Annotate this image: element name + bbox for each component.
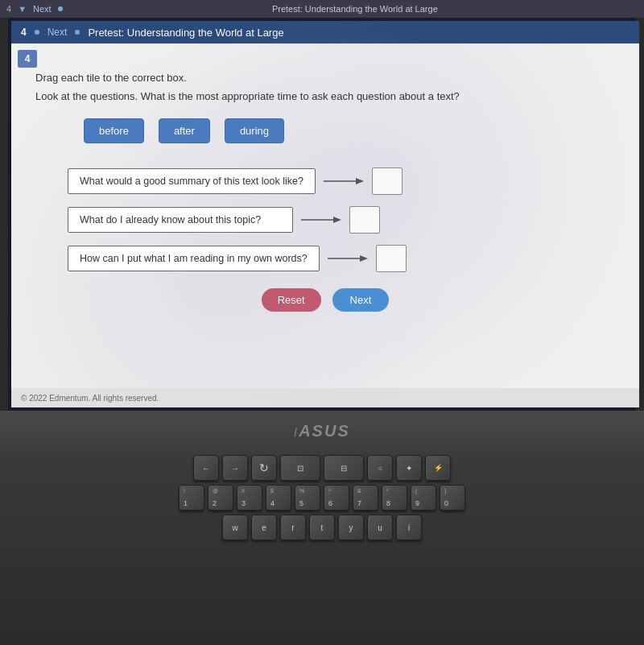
key-u[interactable]: u — [367, 515, 393, 540]
key-refresh[interactable]: ↻ — [251, 455, 277, 481]
question-number-badge: 4 — [18, 50, 37, 68]
drop-box-2[interactable] — [349, 206, 380, 234]
kb-row-numbers: ! 1 @ 2 # 3 $ 4 % 5 ^ 6 — [8, 485, 636, 511]
key-y[interactable]: y — [338, 515, 364, 540]
question-box-3: How can I put what I am reading in my ow… — [68, 246, 320, 271]
arrow-1 — [324, 173, 364, 189]
reset-button[interactable]: Reset — [262, 288, 321, 312]
keyboard: ← → ↻ ⊡ ⊟ ☼ ✦ ⚡ ! 1 @ 2 # 3 $ — [8, 455, 636, 635]
footer: © 2022 Edmentum. All rights reserved. — [11, 388, 639, 407]
screen-question-number: 4 — [21, 27, 27, 38]
svg-marker-5 — [360, 255, 368, 262]
tile-after[interactable]: after — [159, 118, 210, 143]
key-r[interactable]: r — [280, 515, 306, 540]
page-title: Pretest: Understanding the World at Larg… — [72, 4, 638, 14]
top-bar: 4 ▼ Next Pretest: Understanding the Worl… — [0, 0, 644, 18]
key-forward[interactable]: → — [222, 455, 248, 481]
key-amp[interactable]: & 7 — [353, 485, 378, 511]
screen-next-label[interactable]: Next — [47, 27, 68, 38]
key-exclaim[interactable]: ! 1 — [179, 485, 204, 511]
tiles-container: before after during — [35, 118, 615, 143]
question-text: Look at the questions. What is the most … — [35, 90, 615, 102]
arrow-2 — [301, 212, 341, 228]
drop-box-3[interactable] — [376, 245, 407, 272]
main-content: 4 Drag each tile to the correct box. Loo… — [11, 43, 639, 388]
kb-row-fn: ← → ↻ ⊡ ⊟ ☼ ✦ ⚡ — [8, 455, 636, 481]
key-vol[interactable]: ⚡ — [425, 455, 451, 481]
question-row-3: How can I put what I am reading in my ow… — [68, 245, 615, 272]
key-bright-down[interactable]: ☼ — [367, 455, 393, 481]
key-rparen[interactable]: ) 0 — [440, 485, 465, 511]
screen: 4 Next Pretest: Understanding the World … — [11, 21, 639, 407]
nav-controls: 4 ▼ Next — [6, 4, 63, 14]
screen-nav-bar: 4 Next Pretest: Understanding the World … — [11, 21, 639, 43]
page-number-nav: 4 — [6, 4, 11, 14]
question-box-1: What would a good summary of this text l… — [68, 168, 316, 194]
question-box-2: What do I already know about this topic? — [68, 207, 293, 233]
asus-logo: /ASUS — [294, 422, 349, 440]
key-window[interactable]: ⊟ — [324, 455, 364, 481]
asus-logo-area: /ASUS — [294, 419, 349, 444]
instruction-text: Drag each tile to the correct box. — [35, 72, 615, 84]
laptop-body: /ASUS ← → ↻ ⊡ ⊟ ☼ ✦ ⚡ ! 1 @ 2 # — [0, 411, 644, 645]
question-row-1: What would a good summary of this text l… — [68, 167, 615, 195]
tile-before[interactable]: before — [84, 118, 144, 143]
screen-nav-dot2 — [75, 30, 80, 35]
drop-box-1[interactable] — [372, 167, 402, 195]
key-back[interactable]: ← — [193, 455, 219, 481]
svg-marker-1 — [356, 178, 364, 184]
key-percent[interactable]: % 5 — [295, 485, 320, 511]
key-bright-up[interactable]: ✦ — [396, 455, 422, 481]
key-hash[interactable]: # 3 — [237, 485, 262, 511]
tile-during[interactable]: during — [225, 118, 284, 143]
next-button[interactable]: Next — [332, 288, 390, 312]
key-star[interactable]: * 8 — [382, 485, 407, 511]
screen-bezel: 4 Next Pretest: Understanding the World … — [8, 18, 636, 411]
question-row-2: What do I already know about this topic? — [68, 206, 615, 234]
buttons-row: Reset Next — [35, 288, 615, 312]
key-fullscreen[interactable]: ⊡ — [280, 455, 320, 481]
copyright-text: © 2022 Edmentum. All rights reserved. — [21, 394, 159, 403]
key-e[interactable]: e — [251, 515, 277, 540]
key-i[interactable]: i — [396, 515, 422, 540]
svg-marker-3 — [333, 217, 341, 223]
screen-title: Pretest: Understanding the World at Larg… — [88, 27, 283, 39]
key-caret[interactable]: ^ 6 — [324, 485, 349, 511]
key-at[interactable]: @ 2 — [208, 485, 233, 511]
key-t[interactable]: t — [309, 515, 335, 540]
key-dollar[interactable]: $ 4 — [266, 485, 291, 511]
arrow-3 — [328, 250, 368, 267]
nav-indicator-dot — [58, 6, 63, 11]
kb-row-qwerty: w e r t y u i — [8, 515, 636, 540]
screen-nav-dot — [35, 30, 39, 35]
key-lparen[interactable]: ( 9 — [411, 485, 436, 511]
next-nav-label[interactable]: Next — [33, 4, 52, 14]
questions-area: What would a good summary of this text l… — [68, 167, 615, 272]
key-w[interactable]: w — [222, 515, 248, 540]
